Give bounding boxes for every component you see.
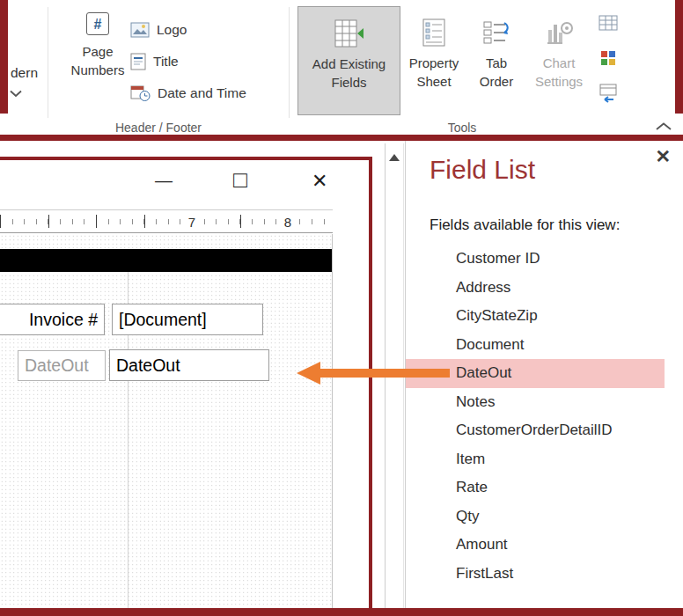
tab-order-label: Tab Order [470,54,523,91]
tab-order-button[interactable]: Tab Order [470,6,523,115]
horizontal-ruler: 7 8 [0,209,333,233]
header-footer-group-label: Header / Footer [53,121,264,135]
field-list-item-citystatezip[interactable]: CityStateZip [406,302,665,331]
section-divider-bar [0,249,332,272]
field-list-item-amount[interactable]: Amount [406,531,665,560]
convert-macros-button[interactable] [595,79,621,107]
document-field-control[interactable]: [Document] [112,304,263,335]
field-list-item-qty[interactable]: Qty [406,502,665,532]
window-title-bar: — □ ✕ [0,160,369,206]
tools-group-label: Tools [356,121,568,135]
ruler-number-8: 8 [281,214,295,229]
property-sheet-button[interactable]: Property Sheet [402,6,466,115]
field-list-item-rate[interactable]: Rate [406,473,665,502]
chart-settings-icon [545,18,573,47]
logo-label: Logo [157,22,187,38]
add-existing-fields-label: Add Existing Fields [298,55,400,92]
date-and-time-label: Date and Time [158,85,246,101]
add-existing-fields-icon [334,19,365,48]
logo-icon [130,22,150,38]
field-list-item-customer-id[interactable]: Customer ID [406,245,665,274]
gallery-dropdown-chevron-icon[interactable] [9,90,23,98]
date-and-time-icon [130,84,151,102]
ribbon: dern # Page Numbers Logo [0,0,683,135]
close-window-icon[interactable]: ✕ [312,170,327,193]
page-numbers-icon: # [86,12,109,35]
chart-settings-button: Chart Settings [525,6,592,115]
tab-order-icon [483,18,510,47]
frame-border-bottom [0,608,683,616]
annotation-arrow-icon [297,358,450,388]
modern-chart-button-partial[interactable]: dern [11,65,38,81]
title-label: Title [153,54,179,70]
field-list-item-customerorderdetailid[interactable]: CustomerOrderDetailID [406,416,665,445]
logo-button[interactable]: Logo [130,19,187,40]
field-list-subtitle: Fields available for this view: [430,216,620,234]
field-list-title: Field List [430,155,535,185]
close-pane-icon[interactable]: ✕ [655,146,671,167]
title-button[interactable]: Title [130,51,179,72]
field-list-item-notes[interactable]: Notes [406,388,665,417]
page-numbers-label: Page Numbers [70,42,125,79]
add-existing-fields-button[interactable]: Add Existing Fields [297,6,400,115]
hash-glyph: # [94,15,102,33]
group-separator [48,7,48,118]
view-code-button[interactable] [595,44,621,72]
frame-border-middle [0,135,683,141]
field-list-item-address[interactable]: Address [406,274,665,303]
property-sheet-label: Property Sheet [402,54,466,91]
invoice-label-control[interactable]: Invoice # [0,304,105,335]
field-list-item-document[interactable]: Document [406,331,665,360]
ruler-number-7: 7 [185,214,199,229]
view-code-icon [598,48,619,69]
chart-settings-label: Chart Settings [525,54,592,91]
title-icon [130,53,146,70]
date-and-time-button[interactable]: Date and Time [130,83,246,104]
maximize-icon[interactable]: □ [233,166,247,194]
field-list-items: Customer ID Address CityStateZip Documen… [406,245,683,588]
group-separator [289,7,290,118]
page-numbers-button[interactable]: # Page Numbers [70,0,125,114]
design-grid-canvas[interactable]: Invoice # [Document] DateOut DateOut [0,234,333,608]
convert-macros-icon [598,83,619,104]
scroll-up-arrow-icon[interactable] [389,154,400,161]
dateout-field-control[interactable]: DateOut [109,349,269,381]
field-list-item-firstlast[interactable]: FirstLast [406,560,665,589]
field-list-item-item[interactable]: Item [406,445,665,474]
property-sheet-icon [422,18,445,47]
subform-grid-icon [598,13,619,33]
collapse-ribbon-chevron-icon[interactable] [656,122,672,131]
minimize-icon[interactable]: — [155,171,173,191]
dateout-label-control[interactable]: DateOut [18,350,106,381]
subform-in-new-window-button[interactable] [595,9,621,37]
screenshot-root: dern # Page Numbers Logo [0,0,683,616]
